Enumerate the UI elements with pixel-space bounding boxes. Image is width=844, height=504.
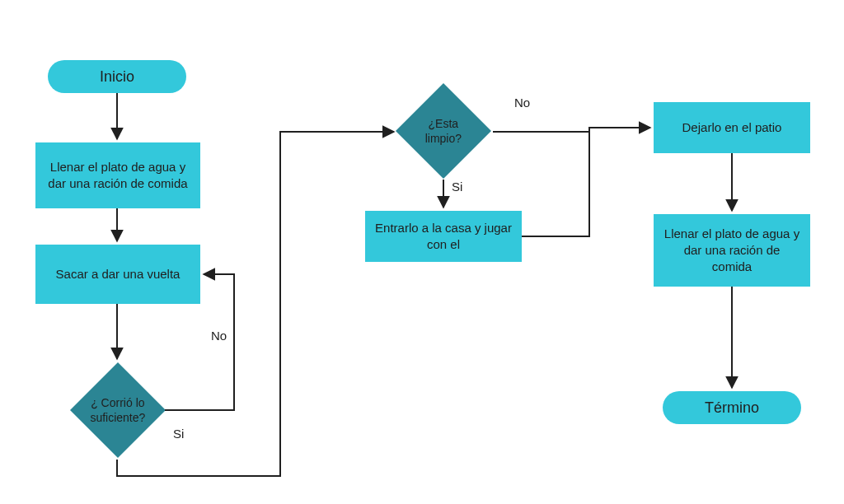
process-walk: Sacar a dar una vuelta [35,245,200,304]
end-terminator: Término [663,391,801,424]
decision-ran-enough: ¿ Corrió lo suficiente? [70,362,166,458]
edge-label-d2-si: Si [452,180,462,194]
start-terminator: Inicio [48,60,186,93]
process-fill-food-2: Llenar el plato de agua y dar una ración… [654,214,810,287]
process-leave-patio-label: Dejarlo en el patio [682,119,782,136]
start-label: Inicio [100,67,134,86]
decision-is-clean-label: ¿Esta limpio? [410,116,477,146]
edge-d2-no-p4 [493,128,650,132]
decision-is-clean: ¿Esta limpio? [396,83,491,179]
edge-p3-merge [522,132,589,236]
process-bring-inside: Entrarlo a la casa y jugar con el [365,211,522,262]
decision-ran-enough-label: ¿ Corrió lo suficiente? [84,395,152,425]
process-fill-food-1: Llenar el plato de agua y dar una ración… [35,142,200,208]
edge-label-d1-no: No [211,329,227,343]
process-fill-food-1-label: Llenar el plato de agua y dar una ración… [45,159,190,193]
process-fill-food-2-label: Llenar el plato de agua y dar una ración… [663,226,800,276]
process-walk-label: Sacar a dar una vuelta [56,266,181,282]
process-leave-patio: Dejarlo en el patio [654,102,810,153]
process-bring-inside-label: Entrarlo a la casa y jugar con el [375,220,512,254]
edge-label-d1-si: Si [173,427,184,441]
end-label: Término [705,398,759,418]
edge-label-d2-no: No [514,96,530,110]
